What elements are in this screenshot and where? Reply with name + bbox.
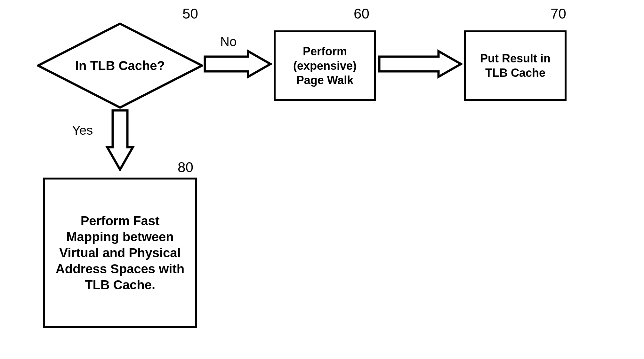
svg-marker-2 [379,51,461,77]
arrow-no [203,50,272,78]
node-number-50: 50 [182,6,198,22]
process-put-result: Put Result in TLB Cache [464,30,567,101]
process-page-walk-text: Perform (expensive) Page Walk [282,44,368,87]
node-number-70: 70 [551,6,566,22]
edge-label-yes: Yes [72,123,93,138]
decision-in-tlb-cache: In TLB Cache? [37,22,203,109]
edge-label-no: No [220,35,237,49]
process-page-walk: Perform (expensive) Page Walk [274,30,376,101]
arrow-60-70 [378,50,463,78]
node-number-60: 60 [354,6,369,22]
decision-text: In TLB Cache? [75,59,165,73]
process-fast-mapping-text: Perform Fast Mapping between Virtual and… [55,213,185,293]
svg-marker-3 [107,110,133,170]
process-fast-mapping: Perform Fast Mapping between Virtual and… [43,178,197,328]
arrow-yes [106,109,134,171]
process-put-result-text: Put Result in TLB Cache [472,51,558,80]
svg-marker-1 [205,51,270,77]
flowchart-canvas: In TLB Cache? 50 No Perform (expensive) … [0,0,644,359]
node-number-80: 80 [178,159,193,175]
